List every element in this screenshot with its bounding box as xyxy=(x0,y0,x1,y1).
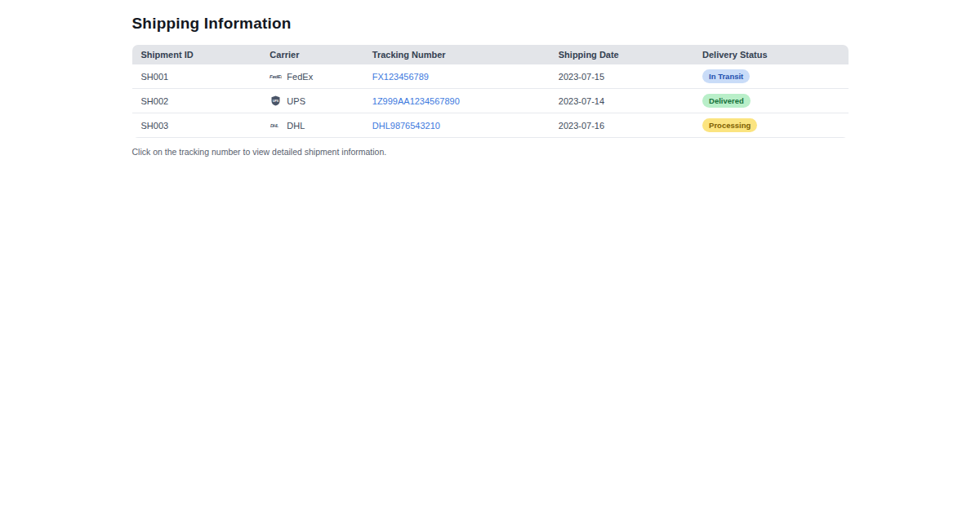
shipment-id-cell: SH002 xyxy=(132,89,261,113)
table-header-row: Shipment ID Carrier Tracking Number Ship… xyxy=(132,45,849,64)
tracking-number-link[interactable]: DHL9876543210 xyxy=(372,121,440,131)
status-badge: Delivered xyxy=(702,94,751,108)
status-badge: In Transit xyxy=(702,69,750,83)
page-title: Shipping Information xyxy=(132,15,849,33)
shipment-id-cell: SH001 xyxy=(132,64,261,89)
table-row: SH003 DHL DHL DHL9876543210 2023-07-16 P… xyxy=(132,113,849,138)
header-shipment-id: Shipment ID xyxy=(132,45,261,64)
footer-note: Click on the tracking number to view det… xyxy=(132,147,849,157)
table-row: SH002 UPS UPS 1Z999AA1234567890 2023-07-… xyxy=(132,89,849,113)
ups-logo-icon: UPS xyxy=(270,95,282,106)
tracking-number-link[interactable]: FX123456789 xyxy=(372,72,429,82)
carrier-cell: UPS UPS xyxy=(270,95,354,107)
shipping-date-cell: 2023-07-15 xyxy=(550,64,693,89)
table-row: SH001 FedEx FedEx FX123456789 2023-07-15… xyxy=(132,64,849,89)
carrier-name: DHL xyxy=(287,120,305,131)
shipping-date-cell: 2023-07-14 xyxy=(550,89,693,113)
svg-text:DHL: DHL xyxy=(270,123,279,128)
fedex-logo-icon: FedEx xyxy=(270,73,282,80)
shipment-id-cell: SH003 xyxy=(132,113,261,138)
header-shipping-date: Shipping Date xyxy=(550,45,693,64)
svg-text:UPS: UPS xyxy=(273,100,279,103)
status-badge: Processing xyxy=(702,118,757,132)
dhl-logo-icon: DHL xyxy=(270,122,282,128)
carrier-cell: FedEx FedEx xyxy=(270,71,354,82)
carrier-name: FedEx xyxy=(287,71,313,82)
carrier-name: UPS xyxy=(287,95,305,107)
content-container: Shipping Information Shipment ID Carrier… xyxy=(132,0,849,157)
carrier-cell: DHL DHL xyxy=(270,120,354,131)
header-carrier: Carrier xyxy=(261,45,363,64)
svg-text:FedEx: FedEx xyxy=(270,74,282,79)
shipping-table: Shipment ID Carrier Tracking Number Ship… xyxy=(132,45,849,138)
shipping-table-wrapper: Shipment ID Carrier Tracking Number Ship… xyxy=(132,45,849,138)
header-tracking-number: Tracking Number xyxy=(363,45,550,64)
tracking-number-link[interactable]: 1Z999AA1234567890 xyxy=(372,96,460,106)
shipping-date-cell: 2023-07-16 xyxy=(550,113,693,138)
header-delivery-status: Delivery Status xyxy=(693,45,848,64)
